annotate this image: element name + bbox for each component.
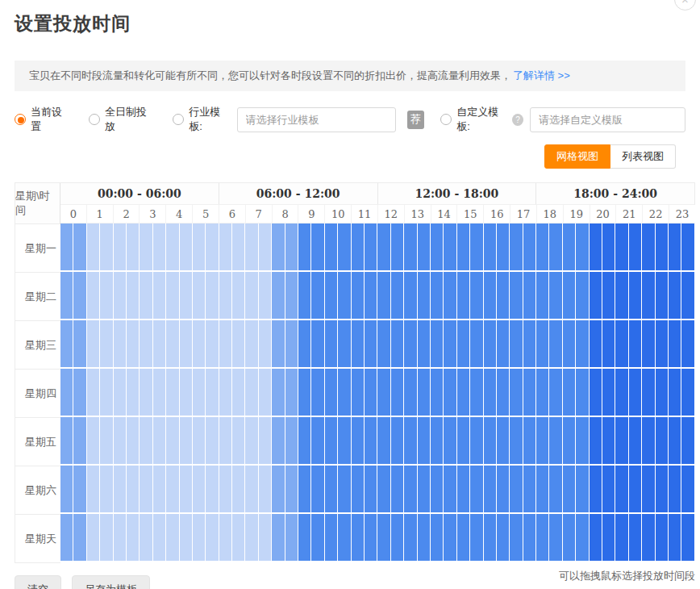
time-slot-cell[interactable] [404,466,416,512]
time-slot-cell[interactable] [127,466,139,512]
time-slot-cell[interactable] [166,466,178,512]
time-slot-cell[interactable] [298,272,310,319]
time-slot-cell[interactable] [325,514,337,561]
time-slot-cell[interactable] [285,514,298,561]
time-slot-cell[interactable] [114,369,126,416]
time-slot-cell[interactable] [232,417,244,464]
time-slot-cell[interactable] [523,320,535,367]
radio-full-day-icon[interactable] [89,114,100,125]
time-slot-cell[interactable] [140,417,152,464]
time-slot-cell[interactable] [669,369,681,416]
time-slot-cell[interactable] [642,223,654,270]
time-slot-cell[interactable] [73,320,85,367]
time-slot-cell[interactable] [377,320,390,367]
radio-full-day[interactable]: 全日制投放 [89,105,153,134]
time-slot-cell[interactable] [470,320,482,367]
time-slot-cell[interactable] [536,320,548,367]
time-slot-cell[interactable] [219,223,231,270]
time-slot-cell[interactable] [470,272,482,319]
time-slot-cell[interactable] [576,223,588,270]
time-slot-cell[interactable] [431,514,443,561]
radio-custom-template[interactable]: 自定义模板: [440,105,508,134]
time-slot-cell[interactable] [60,272,73,319]
time-slot-cell[interactable] [352,514,364,561]
time-slot-cell[interactable] [338,466,350,512]
time-slot-cell[interactable] [272,272,284,319]
time-slot-cell[interactable] [180,466,192,512]
time-slot-cell[interactable] [140,369,152,416]
time-slot-cell[interactable] [681,320,694,367]
time-slot-cell[interactable] [391,272,403,319]
time-slot-cell[interactable] [245,223,257,270]
time-slot-cell[interactable] [681,514,694,561]
time-slot-cell[interactable] [497,466,509,512]
time-slot-cell[interactable] [602,320,615,367]
time-slot-cell[interactable] [60,223,73,270]
time-slot-cell[interactable] [590,369,602,416]
time-slot-cell[interactable] [536,223,548,270]
time-slot-cell[interactable] [352,223,364,270]
time-slot-cell[interactable] [166,320,178,367]
time-slot-cell[interactable] [404,320,416,367]
time-slot-cell[interactable] [114,272,126,319]
time-slot-cell[interactable] [352,320,364,367]
time-slot-cell[interactable] [470,223,482,270]
time-slot-cell[interactable] [615,369,627,416]
learn-more-link[interactable]: 了解详情 >> [513,69,570,83]
time-slot-cell[interactable] [352,369,364,416]
time-slot-cell[interactable] [642,320,654,367]
time-slot-cell[interactable] [497,514,509,561]
time-slot-cell[interactable] [100,466,112,512]
time-slot-cell[interactable] [391,320,403,367]
time-slot-cell[interactable] [629,514,641,561]
time-slot-cell[interactable] [219,514,231,561]
time-slot-cell[interactable] [431,223,443,270]
time-slot-cell[interactable] [206,223,218,270]
time-slot-cell[interactable] [153,320,165,367]
time-slot-cell[interactable] [404,272,416,319]
time-slot-cell[interactable] [391,466,403,512]
time-slot-cell[interactable] [352,272,364,319]
time-slot-cell[interactable] [338,369,350,416]
time-slot-cell[interactable] [87,417,99,464]
time-slot-cell[interactable] [642,272,654,319]
time-slot-cell[interactable] [285,369,298,416]
time-slot-cell[interactable] [166,223,178,270]
time-slot-cell[interactable] [484,514,496,561]
time-slot-cell[interactable] [298,514,310,561]
time-slot-cell[interactable] [193,320,205,367]
grid-view-button[interactable]: 网格视图 [544,144,610,169]
time-slot-cell[interactable] [365,466,377,512]
time-slot-cell[interactable] [193,514,205,561]
time-slot-cell[interactable] [602,466,615,512]
time-slot-cell[interactable] [180,272,192,319]
time-slot-cell[interactable] [431,417,443,464]
time-slot-cell[interactable] [549,369,561,416]
time-slot-cell[interactable] [629,223,641,270]
time-slot-cell[interactable] [87,272,99,319]
time-slot-cell[interactable] [259,272,271,319]
time-slot-cell[interactable] [219,369,231,416]
time-slot-cell[interactable] [193,272,205,319]
time-slot-cell[interactable] [549,466,561,512]
time-slot-cell[interactable] [140,272,152,319]
time-slot-cell[interactable] [100,223,112,270]
time-slot-cell[interactable] [549,223,561,270]
time-slot-cell[interactable] [444,369,456,416]
time-slot-cell[interactable] [180,223,192,270]
time-slot-cell[interactable] [219,272,231,319]
time-slot-cell[interactable] [259,417,271,464]
time-slot-cell[interactable] [140,223,152,270]
time-slot-cell[interactable] [418,466,430,512]
time-slot-cell[interactable] [311,223,323,270]
time-slot-cell[interactable] [365,272,377,319]
time-slot-cell[interactable] [140,514,152,561]
list-view-button[interactable]: 列表视图 [610,144,676,169]
time-slot-cell[interactable] [470,369,482,416]
time-slot-cell[interactable] [338,223,350,270]
time-slot-cell[interactable] [431,466,443,512]
radio-custom-template-icon[interactable] [440,114,452,125]
time-slot-cell[interactable] [444,417,456,464]
time-slot-cell[interactable] [325,369,337,416]
time-slot-cell[interactable] [470,514,482,561]
